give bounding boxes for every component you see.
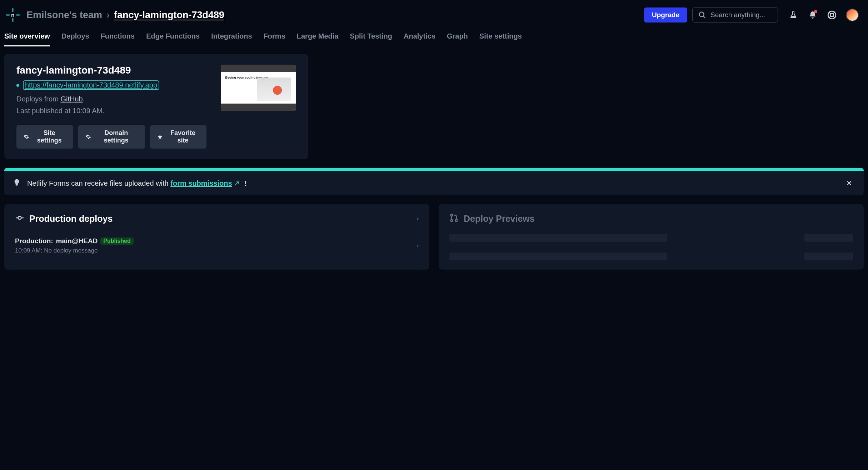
svg-point-18 (455, 220, 457, 221)
search-input[interactable]: Search anything... (692, 7, 778, 23)
tip-link[interactable]: form submissions (170, 179, 232, 187)
svg-point-5 (699, 12, 704, 17)
tab-forms[interactable]: Forms (264, 30, 285, 46)
svg-line-9 (829, 12, 830, 14)
svg-point-8 (830, 14, 834, 17)
panel-title: Deploy Previews (464, 214, 535, 224)
svg-point-17 (451, 220, 453, 221)
svg-line-6 (703, 16, 705, 18)
breadcrumb-site[interactable]: fancy-lamington-73d489 (114, 10, 224, 21)
close-icon[interactable]: ✕ (843, 178, 855, 189)
svg-point-16 (451, 214, 453, 216)
github-link[interactable]: GitHub (60, 95, 83, 103)
tip-text: Netlify Forms can receive files uploaded… (27, 179, 837, 188)
tab-split-testing[interactable]: Split Testing (350, 30, 392, 46)
chevron-right-icon[interactable]: › (417, 215, 419, 222)
avatar[interactable] (846, 9, 859, 21)
tab-edge-functions[interactable]: Edge Functions (146, 30, 200, 46)
site-tabs: Site overview Deploys Functions Edge Fun… (0, 28, 868, 47)
production-deploys-panel: Production deploys › Production: main@HE… (4, 204, 429, 270)
netlify-logo[interactable]: n (4, 6, 21, 24)
gear-icon (24, 134, 29, 140)
upgrade-button[interactable]: Upgrade (644, 8, 687, 22)
chevron-right-icon: › (417, 242, 419, 249)
favorite-label: Favorite site (166, 129, 199, 144)
site-settings-button[interactable]: Site settings (16, 125, 73, 149)
svg-point-13 (18, 216, 21, 220)
status-dot-icon (16, 84, 19, 87)
deploy-previews-panel: Deploy Previews (439, 204, 864, 270)
tab-site-settings[interactable]: Site settings (479, 30, 522, 46)
tab-functions[interactable]: Functions (101, 30, 135, 46)
last-published-text: Last published at 10:09 AM. (16, 107, 206, 115)
deploy-subline: 10:09 AM: No deploy message (15, 247, 134, 254)
tab-site-overview[interactable]: Site overview (4, 30, 50, 46)
site-preview-thumbnail[interactable]: Beging your coding journey (221, 65, 296, 111)
notification-dot (814, 10, 817, 13)
published-badge: Published (100, 238, 133, 245)
deploys-from-text: Deploys from GitHub. (16, 95, 206, 103)
svg-text:n: n (11, 12, 15, 18)
header-actions (783, 9, 864, 21)
site-actions: Site settings Domain settings Favorite s… (16, 125, 206, 149)
deploy-branch: main@HEAD (56, 237, 98, 245)
lightbulb-icon (13, 179, 21, 188)
labs-icon[interactable] (788, 10, 799, 20)
tab-analytics[interactable]: Analytics (404, 30, 435, 46)
svg-line-11 (829, 16, 830, 18)
preview-illustration (257, 78, 291, 101)
star-icon (157, 134, 163, 140)
tab-integrations[interactable]: Integrations (211, 30, 252, 46)
site-settings-label: Site settings (33, 129, 66, 144)
site-url-link[interactable]: https://fancy-lamington-73d489.netlify.a… (23, 80, 159, 90)
domain-settings-label: Domain settings (94, 129, 138, 144)
tab-graph[interactable]: Graph (447, 30, 468, 46)
tip-banner: Netlify Forms can receive files uploaded… (4, 168, 864, 195)
app-header: n Emilsone's team › fancy-lamington-73d4… (0, 0, 868, 28)
tab-deploys[interactable]: Deploys (61, 30, 89, 46)
site-overview-card: fancy-lamington-73d489 https://fancy-lam… (4, 54, 308, 159)
svg-line-12 (833, 12, 834, 14)
notifications-icon[interactable] (807, 10, 818, 20)
commit-icon (15, 213, 24, 224)
svg-line-10 (833, 16, 834, 18)
loading-skeleton (449, 234, 853, 260)
search-placeholder: Search anything... (710, 11, 765, 19)
panel-title: Production deploys (29, 214, 113, 224)
help-icon[interactable] (827, 10, 837, 20)
tab-large-media[interactable]: Large Media (297, 30, 339, 46)
favorite-site-button[interactable]: Favorite site (150, 125, 206, 149)
domain-settings-button[interactable]: Domain settings (78, 125, 145, 149)
pull-request-icon (449, 213, 459, 224)
deploy-env-label: Production: (15, 237, 53, 245)
breadcrumb-team[interactable]: Emilsone's team (26, 10, 102, 21)
tip-accent-bar (4, 168, 864, 171)
chevron-right-icon: › (106, 10, 110, 21)
search-icon (698, 11, 706, 19)
site-title: fancy-lamington-73d489 (16, 65, 206, 76)
gear-icon (85, 134, 91, 140)
breadcrumb: Emilsone's team › fancy-lamington-73d489 (26, 10, 639, 21)
deploy-row[interactable]: Production: main@HEAD Published 10:09 AM… (15, 237, 419, 254)
external-link-icon: ↗ (234, 179, 240, 187)
